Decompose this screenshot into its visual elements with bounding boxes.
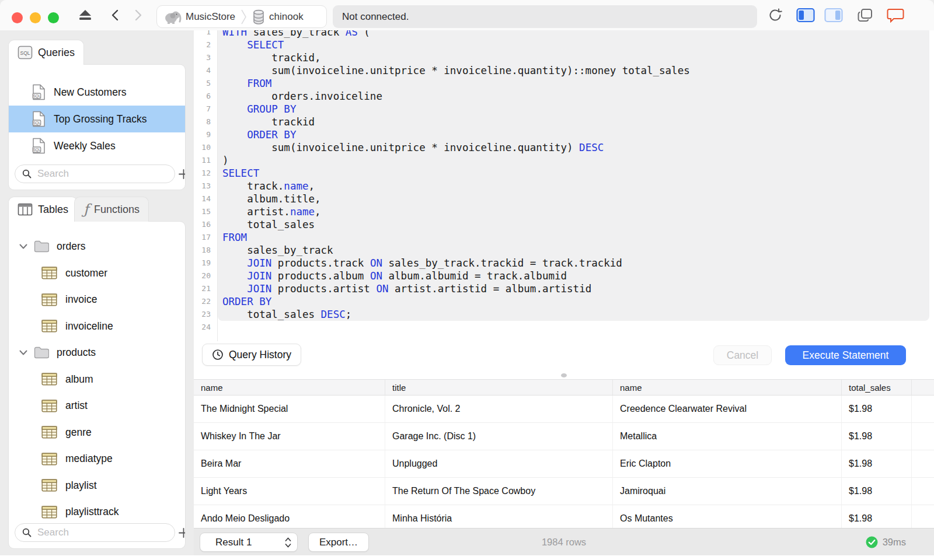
code-line[interactable]: JOIN products.artist ON artist.artistid … xyxy=(218,282,929,295)
results-cell[interactable]: Minha História xyxy=(385,505,613,528)
toggle-right-sidebar-button[interactable] xyxy=(823,0,844,30)
table-row[interactable]: genre xyxy=(9,419,185,446)
add-table-button[interactable] xyxy=(179,523,186,542)
results-cell[interactable]: Jamiroquai xyxy=(613,478,842,505)
chevron-down-icon[interactable] xyxy=(19,350,30,355)
minimize-window-button[interactable] xyxy=(30,12,41,23)
results-cell[interactable]: $1.98 xyxy=(842,396,912,423)
sql-editor[interactable]: 123456789101112131415161718192021222324 … xyxy=(194,30,934,341)
splitter-handle[interactable] xyxy=(561,373,567,377)
table-row[interactable]: customer xyxy=(9,260,185,287)
results-column-header[interactable]: title xyxy=(385,380,613,395)
code-line[interactable]: sales_by_track xyxy=(218,244,929,257)
query-list-item[interactable]: SQL Top Grossing Tracks xyxy=(9,106,185,132)
reload-button[interactable] xyxy=(766,0,785,30)
code-line[interactable]: total_sales xyxy=(218,218,929,231)
results-cell[interactable] xyxy=(912,450,934,478)
table-row[interactable]: artist xyxy=(9,393,185,419)
code-line[interactable]: ORDER BY xyxy=(218,295,929,308)
zoom-window-button[interactable] xyxy=(48,12,59,23)
code-line[interactable]: WITH sales_by_track AS ( xyxy=(218,30,929,38)
table-row[interactable]: mediatype xyxy=(9,446,185,473)
toggle-left-sidebar-button[interactable] xyxy=(795,0,816,30)
results-row[interactable]: Beira MarUnpluggedEric Clapton$1.98 xyxy=(194,450,934,478)
tab-functions[interactable]: ƒ Functions xyxy=(74,197,149,222)
code-line[interactable]: track.name, xyxy=(218,180,929,192)
results-row[interactable]: Ando Meio DesligadoMinha HistóriaOs Muta… xyxy=(194,505,934,528)
code-line[interactable]: album.title, xyxy=(218,192,929,205)
code-line[interactable]: SELECT xyxy=(218,38,929,51)
results-column-header[interactable] xyxy=(912,380,934,395)
table-row[interactable]: album xyxy=(9,366,185,393)
table-row[interactable]: playlisttrack xyxy=(9,499,185,526)
results-cell[interactable]: Chronicle, Vol. 2 xyxy=(385,396,613,423)
results-row[interactable]: The Midnight SpecialChronicle, Vol. 2Cre… xyxy=(194,396,934,423)
results-column-header[interactable]: name xyxy=(613,380,842,395)
results-cell[interactable]: Eric Clapton xyxy=(613,450,842,478)
code-line[interactable]: sum(invoiceline.unitprice * invoiceline.… xyxy=(218,64,929,77)
forward-button[interactable] xyxy=(130,0,147,30)
code-line[interactable]: sum(invoiceline.unitprice * invoiceline.… xyxy=(218,141,929,154)
sql-code[interactable]: WITH sales_by_track AS ( SELECT trackid,… xyxy=(218,30,929,334)
code-line[interactable]: ORDER BY xyxy=(218,128,929,141)
schema-row[interactable]: orders xyxy=(9,233,185,260)
tables-search-field[interactable] xyxy=(15,523,175,542)
query-history-button[interactable]: Query History xyxy=(202,344,301,366)
results-cell[interactable] xyxy=(912,396,934,423)
export-button[interactable]: Export… xyxy=(308,533,369,552)
results-cell[interactable] xyxy=(912,478,934,505)
results-cell[interactable]: Creedence Clearwater Revival xyxy=(613,396,842,423)
results-cell[interactable]: $1.98 xyxy=(842,478,912,505)
eject-disconnect-button[interactable] xyxy=(76,0,95,30)
tables-search-input[interactable] xyxy=(36,526,168,539)
query-list-item[interactable]: SQL Weekly Sales xyxy=(9,132,185,159)
back-button[interactable] xyxy=(106,0,124,30)
results-cell[interactable]: Garage Inc. (Disc 1) xyxy=(385,423,613,450)
code-line[interactable]: ) xyxy=(218,154,929,167)
results-cell[interactable] xyxy=(912,423,934,450)
results-cell[interactable] xyxy=(912,505,934,528)
queries-search-input[interactable] xyxy=(36,167,168,180)
results-cell[interactable]: The Midnight Special xyxy=(194,396,385,423)
feedback-button[interactable] xyxy=(885,0,906,30)
code-line[interactable]: JOIN products.album ON album.albumid = t… xyxy=(218,270,929,282)
query-list-item[interactable]: SQL New Customers xyxy=(9,79,185,106)
results-cell[interactable]: $1.98 xyxy=(842,505,912,528)
results-row[interactable]: Whiskey In The JarGarage Inc. (Disc 1)Me… xyxy=(194,423,934,450)
results-cell[interactable]: Beira Mar xyxy=(194,450,385,478)
queries-search-field[interactable] xyxy=(15,164,175,183)
results-cell[interactable]: Light Years xyxy=(194,478,385,505)
result-selector[interactable]: Result 1 xyxy=(200,533,298,552)
code-line[interactable]: artist.name, xyxy=(218,205,929,218)
results-cell[interactable]: Os Mutantes xyxy=(613,505,842,528)
table-row[interactable]: invoiceline xyxy=(9,313,185,340)
code-line[interactable]: SELECT xyxy=(218,167,929,180)
results-row[interactable]: Light YearsThe Return Of The Space Cowbo… xyxy=(194,478,934,505)
close-window-button[interactable] xyxy=(12,12,23,23)
code-line[interactable]: FROM xyxy=(218,231,929,244)
results-cell[interactable]: $1.98 xyxy=(842,450,912,478)
results-cell[interactable]: The Return Of The Space Cowboy xyxy=(385,478,613,505)
chevron-down-icon[interactable] xyxy=(19,244,30,249)
results-cell[interactable]: Whiskey In The Jar xyxy=(194,423,385,450)
code-line[interactable] xyxy=(218,321,929,334)
code-line[interactable]: trackid xyxy=(218,116,929,128)
schema-row[interactable]: products xyxy=(9,340,185,366)
tab-tables[interactable]: Tables xyxy=(8,197,78,222)
new-window-button[interactable] xyxy=(855,0,876,30)
tab-queries[interactable]: SQL Queries xyxy=(8,40,84,65)
code-line[interactable]: FROM xyxy=(218,77,929,90)
breadcrumb-server[interactable]: MusicStore xyxy=(164,9,235,24)
results-cell[interactable]: $1.98 xyxy=(842,423,912,450)
editor-results-splitter[interactable] xyxy=(194,372,934,379)
results-cell[interactable]: Metallica xyxy=(613,423,842,450)
code-line[interactable]: total_sales DESC; xyxy=(218,308,929,321)
add-query-button[interactable] xyxy=(179,164,186,183)
code-line[interactable]: GROUP BY xyxy=(218,103,929,116)
code-line[interactable]: JOIN products.track ON sales_by_track.tr… xyxy=(218,257,929,270)
table-row[interactable]: invoice xyxy=(9,286,185,313)
execute-statement-button[interactable]: Execute Statement xyxy=(785,345,906,365)
table-row[interactable]: playlist xyxy=(9,473,185,499)
results-column-header[interactable]: name xyxy=(194,380,385,395)
breadcrumb-database[interactable]: chinook xyxy=(252,9,304,24)
